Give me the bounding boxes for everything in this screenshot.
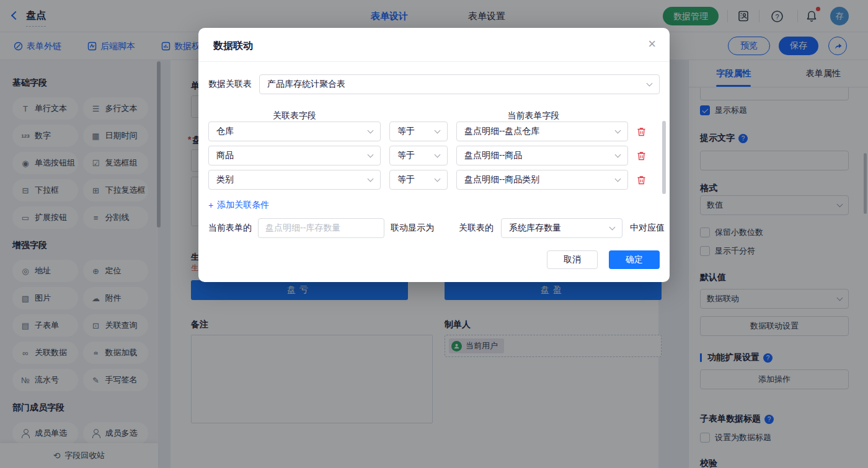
linked-table-label: 数据关联表: [208, 79, 252, 90]
data-linkage-modal: 数据联动 × 数据关联表 产品库存统计聚合表 关联表字段 当前表单字段 仓库等于…: [198, 28, 670, 282]
operator-select-value: 等于: [397, 126, 415, 137]
condition-rows: 仓库等于盘点明细--盘点仓库商品等于盘点明细--商品类别等于盘点明细--商品类别: [208, 121, 670, 194]
delete-condition-icon: [636, 151, 647, 161]
linked-field-select-value: 类别: [216, 174, 234, 185]
delete-condition-button[interactable]: [636, 175, 647, 185]
chevron-down-icon: [615, 127, 621, 133]
chevron-down-icon: [368, 175, 374, 182]
map-suffix-label: 中对应值: [630, 223, 665, 234]
operator-select[interactable]: 等于: [389, 146, 448, 166]
linkage-mapping-row: 当前表单的 盘点明细--库存数量 联动显示为 关联表的 系统库存数量 中对应值: [208, 218, 670, 238]
chevron-down-icon: [615, 175, 621, 182]
linked-field-select-value: 仓库: [216, 126, 234, 137]
chevron-down-icon: [435, 175, 441, 182]
map-prefix-label: 当前表单的: [208, 223, 252, 234]
confirm-button[interactable]: 确定: [609, 250, 660, 269]
column-header-linked-field: 关联表字段: [208, 110, 381, 121]
linked-field-select[interactable]: 系统库存数量: [501, 218, 622, 238]
chevron-down-icon: [615, 151, 621, 157]
plus-icon: +: [208, 200, 213, 210]
current-form-field-select-value: 盘点明细--商品: [464, 150, 522, 161]
modal-footer: 取消 确定: [547, 250, 660, 269]
condition-row: 仓库等于盘点明细--盘点仓库: [208, 121, 670, 141]
operator-select[interactable]: 等于: [389, 170, 448, 190]
map-middle-label: 联动显示为: [391, 223, 434, 234]
linked-field-select[interactable]: 仓库: [208, 121, 381, 141]
current-form-field-select-value: 盘点明细--商品类别: [464, 174, 539, 185]
linked-field-select-value: 商品: [216, 150, 234, 161]
modal-title: 数据联动: [213, 40, 253, 53]
delete-condition-button[interactable]: [636, 151, 647, 161]
chevron-down-icon: [609, 224, 616, 230]
linked-field-select[interactable]: 类别: [208, 170, 381, 190]
column-spacer: [381, 110, 448, 121]
column-header-current-field: 当前表单字段: [448, 110, 619, 121]
linked-table-select[interactable]: 产品库存统计聚合表: [259, 74, 660, 94]
delete-condition-icon: [636, 126, 647, 137]
condition-row: 类别等于盘点明细--商品类别: [208, 170, 670, 190]
operator-select-value: 等于: [397, 150, 415, 161]
modal-scrollbar[interactable]: [662, 121, 666, 194]
map-rel-label: 关联表的: [459, 223, 494, 234]
current-form-field-select[interactable]: 盘点明细--盘点仓库: [456, 121, 628, 141]
chevron-down-icon: [647, 80, 653, 86]
chevron-down-icon: [368, 151, 374, 157]
condition-column-headers: 关联表字段 当前表单字段: [208, 110, 660, 121]
delete-condition-button[interactable]: [636, 126, 647, 137]
current-field-input[interactable]: 盘点明细--库存数量: [258, 218, 384, 238]
modal-header: 数据联动 ×: [198, 28, 670, 62]
close-icon[interactable]: ×: [648, 37, 656, 51]
add-condition-link[interactable]: + 添加关联条件: [208, 200, 269, 211]
operator-select[interactable]: 等于: [389, 121, 448, 141]
chevron-down-icon: [368, 127, 374, 133]
delete-condition-icon: [636, 175, 647, 185]
current-form-field-select[interactable]: 盘点明细--商品类别: [456, 170, 628, 190]
operator-select-value: 等于: [397, 174, 415, 185]
condition-row: 商品等于盘点明细--商品: [208, 146, 670, 166]
linked-field-select[interactable]: 商品: [208, 146, 381, 166]
current-form-field-select-value: 盘点明细--盘点仓库: [464, 126, 539, 137]
cancel-button[interactable]: 取消: [547, 250, 598, 269]
chevron-down-icon: [435, 127, 441, 133]
current-form-field-select[interactable]: 盘点明细--商品: [456, 146, 628, 166]
linked-table-row: 数据关联表 产品库存统计聚合表: [208, 74, 660, 94]
chevron-down-icon: [435, 151, 441, 157]
